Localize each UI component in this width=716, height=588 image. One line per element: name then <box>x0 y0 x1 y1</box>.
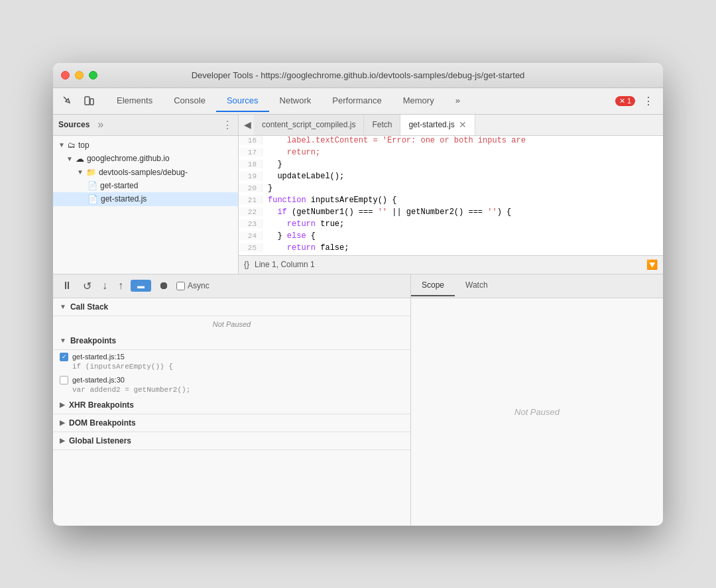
chevron-right-icon: ▶ <box>60 419 65 426</box>
tab-network[interactable]: Network <box>269 90 322 112</box>
call-stack-header[interactable]: ▼ Call Stack <box>53 298 410 316</box>
sources-panel-header: Sources » ⋮ <box>53 115 238 136</box>
tree-item-folder[interactable]: ▼ 📁 devtools-samples/debug- <box>53 166 238 179</box>
minimize-button[interactable] <box>75 71 84 80</box>
step-over-button[interactable]: ↺ <box>80 278 95 294</box>
chevron-down-icon: ▼ <box>60 303 66 310</box>
code-line-17: 17 return; <box>239 148 663 160</box>
tab-memory[interactable]: Memory <box>392 90 445 112</box>
bottom-panel: ⏸ ↺ ↓ ↑ ▬ ⏺ Async ▼ Call Stack Not Pause… <box>53 274 663 526</box>
dom-breakpoints-header[interactable]: ▶ DOM Breakpoints <box>53 414 410 432</box>
breakpoint-item-2: get-started.js:30 var addend2 = getNumbe… <box>53 373 410 396</box>
debug-toolbar: ⏸ ↺ ↓ ↑ ▬ ⏺ Async <box>53 274 410 298</box>
file-tabs: ◀ content_script_compiled.js Fetch get-s… <box>239 115 663 136</box>
nav-tabs: Elements Console Sources Network Perform… <box>106 90 471 112</box>
toolbar-right: ✕ 1 ⋮ <box>615 92 658 110</box>
bottom-right-panel: Scope Watch Not Paused <box>411 274 663 526</box>
scope-not-paused: Not Paused <box>411 298 663 526</box>
inspect-element-button[interactable] <box>58 93 77 109</box>
more-options-button[interactable]: ⋮ <box>639 92 658 110</box>
sources-panel-dots[interactable]: ⋮ <box>222 119 233 131</box>
sources-panel-more[interactable]: » <box>95 119 106 131</box>
tree-item-get-started[interactable]: 📄 get-started <box>53 179 238 192</box>
pause-on-exceptions-button[interactable]: ⏺ <box>155 278 172 294</box>
main-content: Sources » ⋮ ▼ 🗂 top ▼ ☁ googlechrome.git… <box>53 115 663 274</box>
error-badge: ✕ 1 <box>615 96 635 106</box>
tree-item-get-started-js[interactable]: 📄 get-started.js <box>53 192 238 206</box>
file-tab-content-script[interactable]: content_script_compiled.js <box>254 115 364 136</box>
call-stack-not-paused: Not Paused <box>213 320 251 328</box>
tab-scope[interactable]: Scope <box>411 275 455 296</box>
chevron-down-icon: ▼ <box>66 155 73 162</box>
deactivate-breakpoints-button[interactable]: ▬ <box>131 280 151 292</box>
code-line-23: 23 return true; <box>239 219 663 231</box>
breakpoints-header[interactable]: ▼ Breakpoints <box>53 332 410 350</box>
tab-watch[interactable]: Watch <box>455 275 499 296</box>
file-tab-get-started[interactable]: get-started.js ✕ <box>400 115 475 136</box>
breakpoint-checkbox-2[interactable] <box>60 376 68 384</box>
left-panel: Sources » ⋮ ▼ 🗂 top ▼ ☁ googlechrome.git… <box>53 115 239 274</box>
pause-button[interactable]: ⏸ <box>58 278 76 294</box>
code-line-19: 19 updateLabel(); <box>239 172 663 184</box>
close-button[interactable] <box>61 71 70 80</box>
devtools-window: Developer Tools - https://googlechrome.g… <box>53 63 663 526</box>
global-listeners-header[interactable]: ▶ Global Listeners <box>53 432 410 450</box>
breakpoint-title-2: get-started.js:30 <box>60 376 404 384</box>
sources-panel-title: Sources <box>58 120 90 129</box>
code-line-22: 22 if (getNumber1() === '' || getNumber2… <box>239 207 663 219</box>
maximize-button[interactable] <box>89 71 97 80</box>
file-tab-nav-back[interactable]: ◀ <box>241 117 254 133</box>
async-checkbox[interactable] <box>176 282 185 290</box>
tree-item-top[interactable]: ▼ 🗂 top <box>53 139 238 152</box>
chevron-right-icon: ▶ <box>60 437 65 444</box>
call-stack-title: Call Stack <box>70 302 108 312</box>
status-bar: {} Line 1, Column 1 🔽 <box>239 255 663 274</box>
code-line-16: 16 label.textContent = 'Error: one or bo… <box>239 136 663 148</box>
bottom-left-panel: ⏸ ↺ ↓ ↑ ▬ ⏺ Async ▼ Call Stack Not Pause… <box>53 274 411 526</box>
breakpoint-item-1: ✓ get-started.js:15 if (inputsAreEmpty()… <box>53 350 410 373</box>
js-file-icon: 📄 <box>88 194 98 204</box>
code-format-icon[interactable]: {} <box>244 260 249 269</box>
breakpoints-title: Breakpoints <box>70 336 116 345</box>
code-line-18: 18 } <box>239 160 663 172</box>
call-stack-content: Not Paused <box>53 316 410 332</box>
device-toolbar-button[interactable] <box>80 93 98 109</box>
tab-elements[interactable]: Elements <box>106 90 163 112</box>
tree-item-domain[interactable]: ▼ ☁ googlechrome.github.io <box>53 152 238 166</box>
scope-tabs: Scope Watch <box>411 274 663 298</box>
dom-breakpoints-title: DOM Breakpoints <box>69 418 136 428</box>
svg-rect-0 <box>85 97 90 105</box>
window-title: Developer Tools - https://googlechrome.g… <box>192 70 525 80</box>
code-editor: 16 label.textContent = 'Error: one or bo… <box>239 136 663 255</box>
tab-console[interactable]: Console <box>163 90 216 112</box>
chevron-right-icon: ▶ <box>60 401 65 408</box>
folder-icon: 🗂 <box>68 141 76 150</box>
global-listeners-title: Global Listeners <box>69 436 131 445</box>
breakpoint-checkbox-1[interactable]: ✓ <box>60 353 68 361</box>
file-tab-close-icon[interactable]: ✕ <box>459 119 467 130</box>
title-bar: Developer Tools - https://googlechrome.g… <box>53 63 663 88</box>
file-icon: 📄 <box>88 181 97 190</box>
chevron-down-icon: ▼ <box>58 141 65 148</box>
breakpoint-code-1: if (inputsAreEmpty()) { <box>72 363 404 371</box>
async-checkbox-container: Async <box>176 281 209 290</box>
tab-performance[interactable]: Performance <box>322 90 392 112</box>
status-bar-right: 🔽 <box>646 259 658 270</box>
status-bar-action-button[interactable]: 🔽 <box>646 259 658 270</box>
step-out-button[interactable]: ↑ <box>115 278 127 294</box>
breakpoint-code-2: var addend2 = getNumber2(); <box>72 386 404 394</box>
svg-rect-1 <box>90 99 93 105</box>
traffic-lights <box>61 71 97 80</box>
file-tab-fetch[interactable]: Fetch <box>364 115 400 136</box>
step-into-button[interactable]: ↓ <box>99 278 111 294</box>
code-line-24: 24 } else { <box>239 231 663 243</box>
chevron-down-icon: ▼ <box>60 337 66 344</box>
xhr-breakpoints-header[interactable]: ▶ XHR Breakpoints <box>53 396 410 414</box>
file-tree: ▼ 🗂 top ▼ ☁ googlechrome.github.io ▼ 📁 d… <box>53 136 238 274</box>
tab-sources[interactable]: Sources <box>216 90 269 112</box>
cursor-position: Line 1, Column 1 <box>255 260 315 269</box>
top-toolbar: Elements Console Sources Network Perform… <box>53 88 663 115</box>
tab-more[interactable]: » <box>445 90 471 112</box>
code-line-20: 20 } <box>239 184 663 196</box>
folder-icon: 📁 <box>86 168 96 177</box>
